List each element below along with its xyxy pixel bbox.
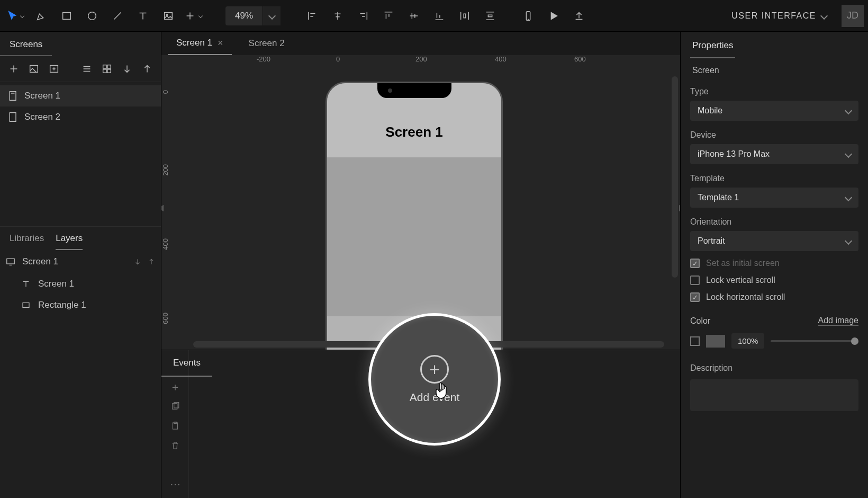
- scrollbar-vertical[interactable]: [672, 76, 678, 278]
- opacity-slider[interactable]: [771, 340, 858, 342]
- description-input[interactable]: [690, 379, 858, 411]
- top-toolbar: 49% USER INTERFACE JD: [0, 0, 868, 32]
- device-notch: [377, 83, 451, 98]
- properties-tab[interactable]: Properties: [690, 32, 735, 58]
- layer-root[interactable]: Screen 1: [0, 250, 161, 273]
- sort-down-icon[interactable]: [120, 61, 134, 76]
- ruler-tick: 400: [495, 55, 507, 63]
- grid-view-icon[interactable]: [100, 61, 114, 76]
- zoom-control[interactable]: 49%: [225, 6, 281, 25]
- ruler-tick: 200: [415, 55, 427, 63]
- screen-item-1[interactable]: Screen 1: [0, 85, 161, 106]
- svg-rect-11: [10, 92, 16, 101]
- events-body: ＋ Add event: [189, 350, 680, 498]
- text-tool[interactable]: [131, 4, 155, 28]
- opacity-value[interactable]: 100%: [731, 333, 764, 349]
- device-preview-icon[interactable]: [517, 4, 540, 28]
- delete-event-icon[interactable]: [170, 441, 180, 453]
- align-right-icon[interactable]: [351, 4, 375, 28]
- list-view-icon[interactable]: [79, 61, 94, 76]
- svg-rect-10: [107, 69, 111, 73]
- layer-item-label: Screen 1: [38, 279, 74, 289]
- move-down-icon[interactable]: [133, 257, 142, 266]
- type-select[interactable]: Mobile: [690, 101, 858, 121]
- layers-tab[interactable]: Layers: [56, 233, 83, 250]
- move-up-icon[interactable]: [147, 257, 156, 266]
- ruler-tick: 0: [336, 55, 340, 63]
- image-tool[interactable]: [157, 4, 180, 28]
- layer-root-label: Screen 1: [22, 256, 58, 267]
- tab-screen-2[interactable]: Screen 2: [240, 33, 293, 54]
- screens-toolbar: [0, 56, 161, 82]
- screen-file-icon: [8, 112, 18, 122]
- device-mock[interactable]: Screen 1: [326, 82, 503, 350]
- svg-rect-8: [107, 65, 111, 68]
- orientation-select[interactable]: Portrait: [690, 231, 858, 251]
- libraries-tab[interactable]: Libraries: [10, 233, 44, 250]
- ellipse-tool[interactable]: [80, 4, 104, 28]
- template-select[interactable]: Template 1: [690, 188, 858, 208]
- properties-panel: Properties Screen Type Mobile Device iPh…: [680, 32, 868, 498]
- checkbox-label: Set as initial screen: [706, 259, 780, 268]
- distribute-v-icon[interactable]: [478, 4, 502, 28]
- align-bottom-icon[interactable]: [428, 4, 451, 28]
- ruler-tick: 200: [161, 164, 183, 176]
- align-middle-icon[interactable]: [402, 4, 426, 28]
- properties-scope: Screen: [690, 58, 858, 77]
- screen-device-icon: [5, 257, 16, 266]
- chevron-down-icon: [846, 149, 851, 159]
- screens-tab[interactable]: Screens: [0, 32, 52, 56]
- device-label: Device: [690, 130, 858, 140]
- device-title: Screen 1: [385, 124, 442, 140]
- line-tool[interactable]: [106, 4, 129, 28]
- add-event-button[interactable]: ＋ Add event: [368, 313, 501, 446]
- color-swatch[interactable]: [706, 335, 725, 348]
- upload-icon[interactable]: [567, 4, 591, 28]
- more-icon[interactable]: ⋯: [170, 478, 180, 491]
- color-enable-checkbox[interactable]: [690, 336, 700, 346]
- rectangle-tool[interactable]: [55, 4, 78, 28]
- collapse-left-icon[interactable]: ◀: [161, 202, 162, 213]
- sort-up-icon[interactable]: [140, 61, 155, 76]
- svg-rect-16: [174, 403, 178, 408]
- tab-screen-1[interactable]: Screen 1 ×: [168, 32, 232, 55]
- screen-list: Screen 1 Screen 2: [0, 82, 161, 131]
- add-image-screen-icon[interactable]: [26, 61, 41, 76]
- add-folder-icon[interactable]: [47, 61, 61, 76]
- project-label: USER INTERFACE: [731, 11, 816, 21]
- initial-screen-checkbox[interactable]: ✓Set as initial screen: [690, 259, 858, 268]
- layer-item-rect[interactable]: Rectangle 1: [0, 295, 161, 316]
- pen-tool[interactable]: [30, 4, 53, 28]
- copy-event-icon[interactable]: [170, 402, 180, 414]
- user-avatar[interactable]: JD: [842, 5, 864, 27]
- align-center-h-icon[interactable]: [326, 4, 349, 28]
- svg-rect-2: [165, 12, 173, 19]
- ruler-horizontal: -200 0 200 400 600: [183, 55, 680, 69]
- add-image-link[interactable]: Add image: [818, 316, 859, 326]
- lock-vertical-checkbox[interactable]: Lock vertical scroll: [690, 275, 858, 285]
- add-tool[interactable]: [182, 4, 205, 28]
- zoom-dropdown[interactable]: [263, 6, 281, 25]
- checkbox-label: Lock vertical scroll: [706, 275, 775, 285]
- align-top-icon[interactable]: [377, 4, 400, 28]
- add-event-icon[interactable]: ＋: [170, 380, 180, 394]
- paste-event-icon[interactable]: [170, 421, 180, 433]
- close-icon[interactable]: ×: [218, 38, 223, 49]
- lock-horizontal-checkbox[interactable]: ✓Lock horizontal scroll: [690, 292, 858, 302]
- device-select[interactable]: iPhone 13 Pro Max: [690, 144, 858, 164]
- ruler-tick: 600: [161, 313, 183, 324]
- distribute-h-icon[interactable]: [453, 4, 476, 28]
- project-menu[interactable]: USER INTERFACE: [722, 11, 836, 21]
- screen-item-2[interactable]: Screen 2: [0, 106, 161, 128]
- screen-label: Screen 1: [24, 91, 60, 101]
- collapse-right-icon[interactable]: ▶: [679, 202, 680, 213]
- canvas[interactable]: -200 0 200 400 600 0 200 400 600 Screen …: [161, 55, 680, 350]
- add-screen-icon[interactable]: [6, 61, 21, 76]
- pointer-tool[interactable]: [4, 4, 28, 28]
- layer-item-text[interactable]: Screen 1: [0, 273, 161, 295]
- align-left-icon[interactable]: [301, 4, 324, 28]
- zoom-value[interactable]: 49%: [225, 11, 263, 21]
- svg-rect-13: [7, 259, 14, 264]
- play-icon[interactable]: [542, 4, 565, 28]
- svg-rect-7: [103, 65, 106, 68]
